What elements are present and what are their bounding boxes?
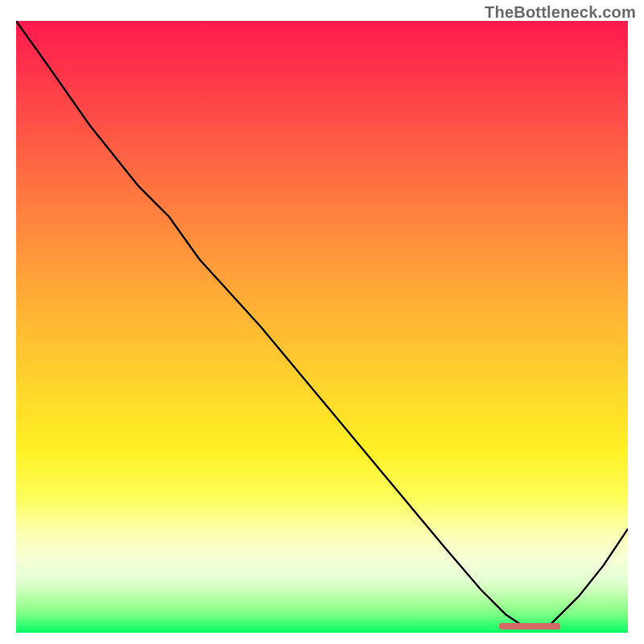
watermark-text: TheBottleneck.com [485, 3, 636, 22]
bottleneck-curve [16, 21, 628, 633]
curve-path [16, 21, 628, 626]
optimal-range-marker [499, 623, 560, 630]
chart-plot-area [16, 21, 628, 633]
